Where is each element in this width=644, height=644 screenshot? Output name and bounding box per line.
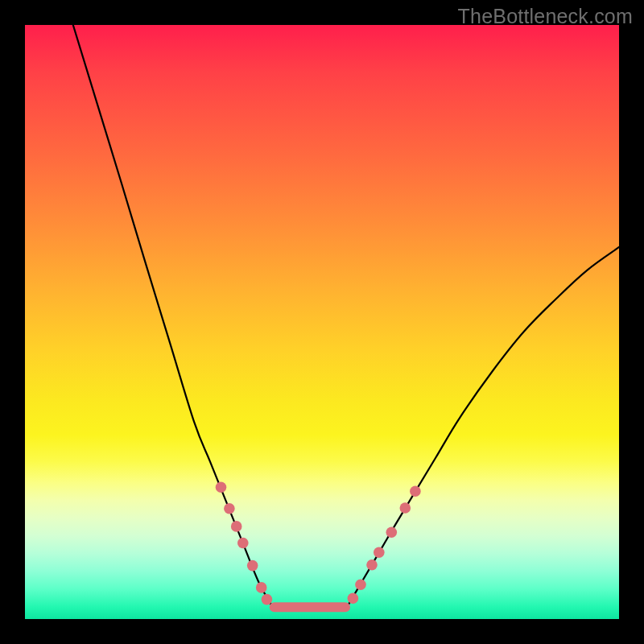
marker-dot	[247, 560, 258, 572]
marker-dot	[348, 592, 359, 604]
marker-dot	[256, 582, 267, 593]
flat-segment-bar	[270, 602, 350, 612]
plot-area	[25, 25, 619, 619]
marker-dot	[216, 481, 227, 493]
curve-left	[73, 25, 273, 607]
markers-left-group	[216, 481, 273, 605]
marker-dot	[355, 579, 366, 590]
chart-root: TheBottleneck.com	[0, 0, 644, 644]
marker-dot	[262, 594, 273, 605]
marker-dot	[366, 559, 378, 571]
marker-dot	[224, 503, 235, 514]
marker-dot	[386, 527, 398, 539]
marker-dot	[410, 486, 421, 497]
curve-right	[347, 247, 619, 607]
curve-svg	[25, 25, 619, 619]
marker-dot	[231, 521, 242, 532]
marker-dot	[237, 538, 249, 549]
marker-dot	[400, 502, 411, 514]
marker-dot	[374, 547, 385, 559]
watermark-text: TheBottleneck.com	[458, 5, 633, 28]
